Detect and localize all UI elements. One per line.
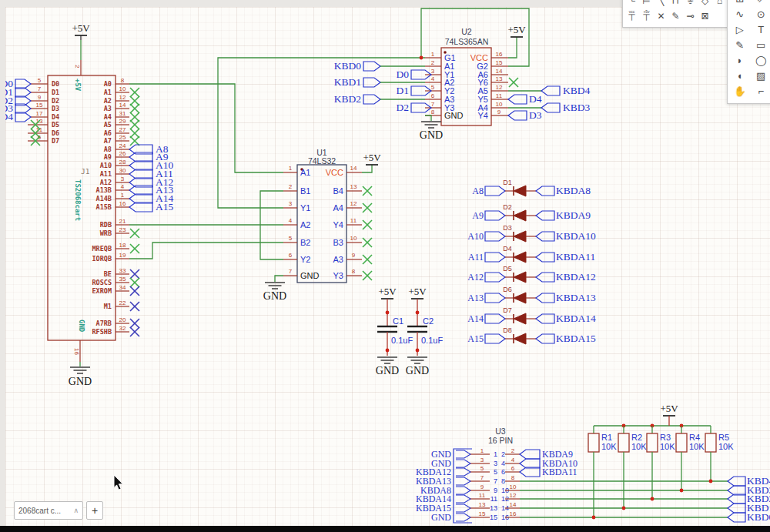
net-flag-A14[interactable] [129,194,152,203]
wire[interactable] [218,58,425,208]
mouse-cursor[interactable] [114,475,123,490]
wire-tool-icon[interactable]: └ [624,0,639,8]
sheet-tab[interactable]: 2068cart c... ∧ [14,501,83,520]
diode-D4[interactable] [514,252,526,263]
pencil-icon[interactable]: ✎ [731,38,749,52]
net-flag-KBDA11[interactable] [520,467,540,477]
wire[interactable] [425,115,431,121]
resistor-R3[interactable] [647,433,658,452]
net-flag-A10[interactable] [129,161,152,170]
diode-D6[interactable] [514,293,526,303]
diode-array[interactable]: A8D1KBDA8A9D2KBDA9A10D3KBDA10A11D4KBDA11… [467,179,596,344]
net-flag-GND[interactable] [456,514,470,521]
net-flag-KBD2[interactable] [363,95,380,104]
net-flag-KBDA8[interactable] [536,186,554,196]
no-connect-icon[interactable]: ✕ [654,9,668,23]
net-flag-A11[interactable] [485,253,505,262]
net-flag-KBD4[interactable] [541,86,560,95]
net-flag-KBDA14[interactable] [456,495,470,503]
ellipse-icon[interactable]: ◯ [752,53,770,67]
ground-tool-icon[interactable]: ⏚ [683,0,698,8]
capacitor-C2[interactable]: +5VC20.1uFGND [406,286,444,376]
net-flag-A10[interactable] [485,232,505,241]
arc-point-icon[interactable]: ⊙ [752,7,770,21]
net-flag-tool-icon[interactable]: ◇ [698,0,712,8]
diode-D1[interactable] [514,186,526,196]
net-flag-A9[interactable] [485,211,505,220]
drag-hand-icon[interactable]: ✋ [731,84,749,98]
bus-tool-icon[interactable]: ⊨ [639,0,654,8]
net-flag-A8[interactable] [485,186,505,196]
net-flag-A11[interactable] [129,169,152,179]
net-flag-D1[interactable] [15,88,31,97]
net-flag-KBDA9[interactable] [536,211,554,220]
arc-icon[interactable]: ◖ [731,69,749,82]
net-flag-GND[interactable] [456,460,470,467]
net-flag-KBDA11[interactable] [536,253,554,262]
resistor-R2[interactable] [618,433,629,452]
image-icon[interactable]: ▨ [752,69,770,82]
net-flag-KBDA9[interactable] [520,450,540,459]
chevron-up-icon[interactable]: ∧ [73,507,79,514]
chart-icon[interactable]: ⊞ [731,0,749,5]
plus5v-power-icon[interactable]: +5v⊤ [639,9,654,23]
wire[interactable] [508,37,517,58]
net-flag-KBDA14[interactable] [536,314,554,323]
rect-icon[interactable]: ▭ [752,38,770,52]
net-flag-KBD4[interactable] [728,477,745,486]
net-flag-A15[interactable] [129,202,152,212]
net-flag-KBD3[interactable] [541,103,560,112]
net-label-tool-icon[interactable]: ⊓ [668,0,683,8]
cursor-arrow-icon[interactable] [114,475,123,490]
voltage-probe-icon[interactable]: ⊸ [683,9,698,23]
wire[interactable] [275,276,283,282]
diode-D2[interactable] [514,210,526,221]
net-flag-KBDA15[interactable] [536,334,554,343]
pen-wire-icon[interactable]: ✎ [668,9,683,23]
diode-D5[interactable] [514,272,526,283]
text-icon[interactable]: T [752,22,770,36]
net-flag-KBD0[interactable] [728,513,745,522]
net-group-icon[interactable]: ⊠ [698,9,712,23]
bezier-icon[interactable]: ∿ [731,7,749,21]
net-flag-KBDA12[interactable] [456,468,470,476]
net-flag-D0[interactable] [15,79,31,89]
net-flag-KBDA10[interactable] [536,232,554,241]
net-flag-KBDA12[interactable] [536,273,554,282]
resistor-R1[interactable] [588,433,599,452]
schematic-canvas[interactable]: +5V2+5VJ1TS2068cart5D0D07D1D19D2D215D3D3… [5,7,770,526]
arrow-shape-icon[interactable]: ▷ [731,22,749,36]
polyline-icon[interactable]: ⌐ [752,84,770,98]
diode-D8[interactable] [514,333,526,344]
net-flag-A13[interactable] [485,293,505,303]
net-flag-D3[interactable] [508,111,527,120]
net-flag-KBD3[interactable] [728,486,745,495]
net-flag-KBD1[interactable] [363,78,380,87]
net-flag-KBD2[interactable] [728,494,745,504]
net-flag-D4[interactable] [15,112,31,122]
closed-shape-icon[interactable]: ◗ [731,53,749,67]
wire[interactable] [362,165,372,172]
add-sheet-button[interactable]: + [86,501,103,520]
ic-u2[interactable]: U274LS365AN1G12A13Y14A25Y26A37Y38GND16VC… [334,24,591,141]
connector-j1[interactable]: +5V2+5VJ1TS2068cart5D0D07D1D19D2D215D3D3… [5,22,173,387]
resistor-R5[interactable] [705,433,716,452]
grid-sheet[interactable]: +5V2+5VJ1TS2068cart5D0D07D1D19D2D215D3D3… [5,7,770,526]
net-flag-KBD1[interactable] [728,504,745,513]
net-port-tool-icon[interactable]: ⌂ [712,0,727,8]
arrow-redo-icon[interactable]: ⇗ [752,0,770,5]
net-flag-KBDA13[interactable] [456,477,470,485]
bus-entry-tool-icon[interactable]: ╲ [654,0,668,8]
net-flag-KBDA8[interactable] [456,487,470,494]
net-flag-KBDA10[interactable] [520,459,540,468]
diode-D3[interactable] [514,231,526,242]
vcc-power-icon[interactable]: vcc⊤ [624,9,639,23]
net-flag-A14[interactable] [485,314,505,323]
pullup-network[interactable]: +5VR110KR210KR310KR410KR510KKBD4KBD3KBD2… [588,403,770,523]
net-flag-A12[interactable] [485,273,505,282]
net-flag-GND[interactable] [456,450,470,458]
net-flag-D4[interactable] [508,95,527,104]
net-flag-KBDA15[interactable] [456,504,470,512]
net-flag-KBDA13[interactable] [536,293,554,303]
resistor-R4[interactable] [676,433,687,452]
